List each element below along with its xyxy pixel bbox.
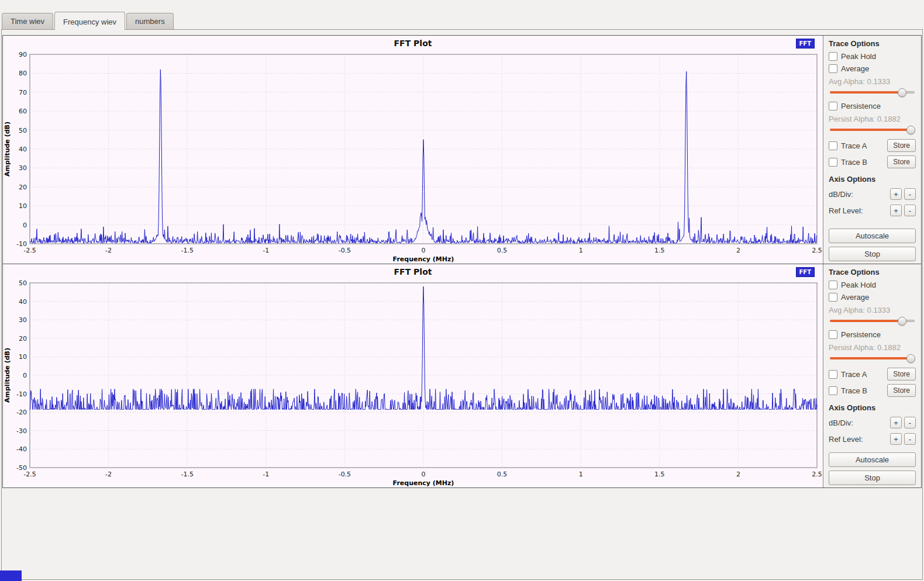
avg-alpha-slider[interactable]: [830, 88, 915, 96]
persist-alpha-label: Persist Alpha: 0.1882: [829, 115, 916, 123]
peak-hold-label: Peak Hold: [841, 52, 876, 61]
stop-button[interactable]: Stop: [829, 471, 916, 485]
axis-options-heading: Axis Options: [829, 403, 916, 412]
trace-a-checkbox[interactable]: Trace A: [829, 141, 867, 150]
average-checkbox[interactable]: Average: [829, 64, 916, 73]
application-window: Time wiev Frequency wiev numbers FFT Plo…: [0, 0, 924, 581]
svg-text:2.5: 2.5: [812, 471, 822, 478]
trace-b-checkbox[interactable]: Trace B: [829, 386, 867, 395]
store-trace-b-button[interactable]: Store: [887, 384, 916, 397]
checkbox-box[interactable]: [829, 281, 837, 289]
slider-handle[interactable]: [906, 126, 915, 134]
svg-text:Frequency (MHz): Frequency (MHz): [393, 479, 454, 487]
average-checkbox[interactable]: Average: [829, 293, 916, 302]
db-div-minus-button[interactable]: -: [904, 188, 916, 200]
svg-text:-0.5: -0.5: [339, 471, 351, 478]
slider-handle[interactable]: [906, 354, 915, 363]
svg-text:0.5: 0.5: [497, 247, 508, 254]
ref-level-label: Ref Level:: [829, 206, 888, 215]
fft-badge: FFT: [796, 39, 815, 49]
db-div-minus-button[interactable]: -: [904, 417, 916, 428]
slider-handle[interactable]: [898, 317, 906, 326]
persistence-checkbox[interactable]: Persistence: [829, 330, 916, 339]
svg-text:-40: -40: [16, 445, 27, 453]
checkbox-box[interactable]: [829, 102, 837, 110]
ref-level-plus-button[interactable]: +: [890, 205, 902, 216]
peak-hold-checkbox[interactable]: Peak Hold: [829, 281, 916, 289]
svg-text:0: 0: [23, 372, 27, 379]
checkbox-box[interactable]: [829, 330, 837, 339]
average-label: Average: [841, 293, 869, 302]
ref-level-row: Ref Level: + -: [829, 205, 916, 216]
svg-text:70: 70: [19, 89, 27, 96]
store-trace-a-button[interactable]: Store: [887, 139, 916, 152]
svg-text:90: 90: [19, 51, 27, 58]
svg-text:-50: -50: [16, 464, 27, 472]
slider-handle[interactable]: [898, 88, 906, 97]
autoscale-button[interactable]: Autoscale: [829, 229, 916, 243]
persistence-label: Persistence: [841, 102, 881, 110]
ref-level-minus-button[interactable]: -: [904, 205, 916, 216]
fft-plot-canvas[interactable]: -2.5-2-1.5-1-0.500.511.522.5-50-40-30-20…: [3, 279, 823, 487]
persist-alpha-slider[interactable]: [830, 125, 915, 134]
plot-title: FFT Plot: [394, 39, 432, 48]
slider-fill: [830, 91, 902, 94]
plot-title-row: FFT Plot FFT: [3, 264, 823, 279]
trace-b-row: Trace B Store: [829, 155, 916, 168]
avg-alpha-slider[interactable]: [830, 316, 915, 325]
fft-badge: FFT: [796, 267, 815, 277]
checkbox-box[interactable]: [829, 64, 837, 73]
peak-hold-checkbox[interactable]: Peak Hold: [829, 52, 916, 61]
svg-text:1.5: 1.5: [654, 247, 665, 254]
plot-title-row: FFT Plot FFT: [3, 36, 823, 51]
fft-plot-canvas[interactable]: -2.5-2-1.5-1-0.500.511.522.5-10010203040…: [3, 51, 823, 264]
avg-alpha-label: Avg Alpha: 0.1333: [829, 77, 916, 86]
db-div-row: dB/Div: + -: [829, 188, 916, 200]
slider-fill: [830, 129, 911, 131]
control-sidebar: Trace Options Peak Hold Average Avg Alph…: [823, 264, 921, 487]
db-div-plus-button[interactable]: +: [890, 188, 902, 200]
checkbox-box[interactable]: [829, 370, 837, 379]
stop-button[interactable]: Stop: [829, 247, 916, 261]
svg-text:2: 2: [736, 471, 740, 478]
svg-text:30: 30: [19, 316, 27, 324]
svg-text:-20: -20: [16, 409, 27, 416]
plot-region: FFT Plot FFT -2.5-2-1.5-1-0.500.511.522.…: [3, 36, 823, 264]
svg-text:-10: -10: [16, 390, 27, 398]
svg-text:40: 40: [19, 146, 27, 153]
svg-text:-1: -1: [263, 247, 269, 254]
control-sidebar: Trace Options Peak Hold Average Avg Alph…: [823, 36, 921, 264]
svg-text:30: 30: [19, 164, 27, 172]
persist-alpha-label: Persist Alpha: 0.1882: [829, 343, 916, 352]
fft-panel-bottom: FFT Plot FFT -2.5-2-1.5-1-0.500.511.522.…: [2, 264, 922, 488]
svg-text:-1.5: -1.5: [181, 471, 193, 478]
trace-b-label: Trace B: [841, 386, 867, 395]
trace-b-checkbox[interactable]: Trace B: [829, 158, 867, 167]
store-trace-a-button[interactable]: Store: [887, 368, 916, 381]
persistence-label: Persistence: [841, 330, 881, 339]
checkbox-box[interactable]: [829, 141, 837, 150]
svg-text:1: 1: [579, 471, 583, 478]
tab-numbers[interactable]: numbers: [126, 13, 174, 29]
svg-text:-1: -1: [263, 471, 269, 478]
autoscale-button[interactable]: Autoscale: [829, 452, 916, 467]
ref-level-plus-button[interactable]: +: [890, 433, 902, 445]
svg-text:10: 10: [19, 202, 27, 210]
svg-text:80: 80: [19, 70, 27, 77]
checkbox-box[interactable]: [829, 386, 837, 395]
persist-alpha-slider[interactable]: [830, 354, 915, 362]
persistence-checkbox[interactable]: Persistence: [829, 102, 916, 110]
tab-page-frequency-view: FFT Plot FFT -2.5-2-1.5-1-0.500.511.522.…: [1, 29, 923, 580]
tab-time-view[interactable]: Time wiev: [2, 13, 53, 29]
slider-fill: [830, 357, 911, 359]
ref-level-minus-button[interactable]: -: [904, 433, 916, 445]
store-trace-b-button[interactable]: Store: [887, 155, 916, 168]
svg-text:20: 20: [19, 184, 27, 191]
checkbox-box[interactable]: [829, 52, 837, 61]
db-div-plus-button[interactable]: +: [890, 417, 902, 428]
trace-a-checkbox[interactable]: Trace A: [829, 370, 867, 379]
tab-frequency-view[interactable]: Frequency wiev: [54, 12, 125, 30]
checkbox-box[interactable]: [829, 293, 837, 302]
trace-b-label: Trace B: [841, 158, 867, 167]
checkbox-box[interactable]: [829, 158, 837, 167]
